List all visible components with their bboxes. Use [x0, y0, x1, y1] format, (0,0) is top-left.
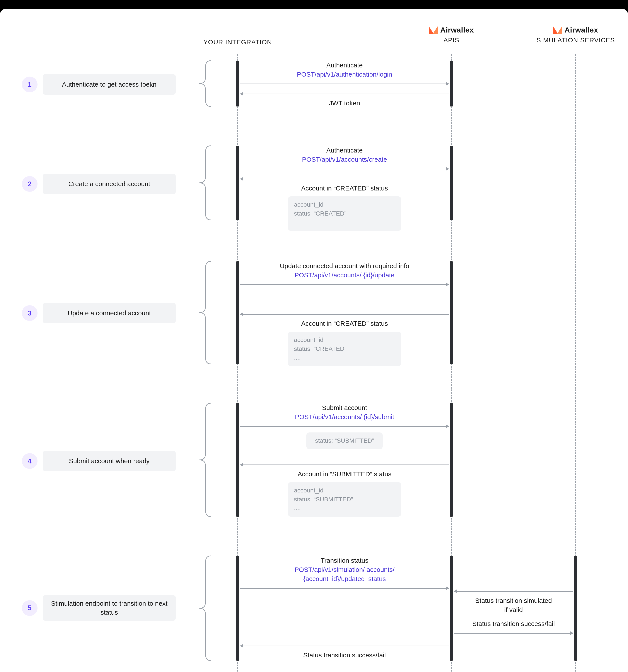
message: Status transition success/fail [454, 619, 573, 636]
page: YOUR INTEGRATION Airwallex APIS Airwalle… [0, 9, 628, 672]
message-label: Submit account [322, 403, 367, 412]
api-endpoint: POST/api/v1/accounts/ {id}/update [295, 270, 395, 280]
brace-icon [198, 145, 211, 221]
lane-header-apis: Airwallex APIS [412, 26, 491, 44]
message: Transition statusPOST/api/v1/simulation/… [240, 556, 449, 591]
activation-bar [450, 146, 453, 220]
message-label: if valid [504, 605, 523, 615]
lane-headers: YOUR INTEGRATION Airwallex APIS Airwalle… [22, 22, 606, 54]
lane-title: APIS [412, 37, 491, 44]
step-label: Create a connected account [43, 174, 176, 194]
lane-header-integration: YOUR INTEGRATION [196, 39, 279, 46]
sequence-diagram: 1Authenticate to get access toeknAuthent… [22, 54, 606, 672]
step-number: 2 [22, 176, 37, 192]
payload-box: account_idstatus: “CREATED”.... [288, 332, 401, 366]
api-endpoint: {account_id}/updated_status [303, 574, 386, 583]
step-label: Submit account when ready [43, 451, 176, 471]
activation-bar [450, 403, 453, 517]
message: Account in “CREATED” statusaccount_idsta… [240, 176, 449, 231]
step-row: 1Authenticate to get access toekn [22, 74, 176, 95]
message-label: Account in “CREATED” status [301, 184, 388, 193]
message: AuthenticatePOST/api/v1/accounts/create [240, 146, 449, 171]
brand-name: Airwallex [564, 26, 598, 34]
message: Submit accountPOST/api/v1/accounts/ {id}… [240, 403, 449, 449]
step-label: Authenticate to get access toekn [43, 74, 176, 95]
message-label: JWT token [329, 99, 360, 108]
api-endpoint: POST/api/v1/simulation/ accounts/ [295, 565, 395, 574]
message: Status transition simulatedif valid [454, 589, 573, 615]
activation-bar [574, 556, 577, 661]
message-label: Authenticate [326, 146, 363, 155]
message-label: Status transition success/fail [303, 651, 386, 660]
api-endpoint: POST/api/v1/accounts/ {id}/submit [295, 412, 394, 422]
airwallex-logo-icon [553, 26, 562, 34]
brace-icon [198, 555, 211, 662]
message: Update connected account with required i… [240, 261, 449, 287]
payload-box: account_idstatus: “SUBMITTED”.... [288, 482, 401, 517]
message: Status transition success/fail [240, 643, 449, 660]
step-number: 5 [22, 600, 37, 616]
message-label: Transition status [321, 556, 369, 565]
message: AuthenticatePOST/api/v1/authentication/l… [240, 61, 449, 87]
brace-icon [198, 60, 211, 107]
message: Account in “SUBMITTED” statusaccount_ids… [240, 462, 449, 517]
payload-box: status: “SUBMITTED” [306, 432, 383, 449]
api-endpoint: POST/api/v1/accounts/create [302, 155, 387, 164]
message-label: Status transition success/fail [472, 619, 555, 628]
lane-title: YOUR INTEGRATION [196, 39, 279, 46]
api-endpoint: POST/api/v1/authentication/login [297, 70, 392, 79]
activation-bar [236, 403, 239, 517]
step-row: 5Stimulation endpoint to transition to n… [22, 595, 176, 621]
payload-box: account_idstatus: “CREATED”.... [288, 196, 401, 231]
activation-bar [450, 261, 453, 364]
airwallex-logo-icon [429, 26, 437, 34]
activation-bar [236, 556, 239, 661]
message: Account in “CREATED” statusaccount_idsta… [240, 312, 449, 366]
activation-bar [236, 146, 239, 220]
step-number: 3 [22, 305, 37, 321]
activation-bar [236, 261, 239, 364]
activation-bar [450, 61, 453, 106]
message-label: Account in “CREATED” status [301, 319, 388, 328]
lane-title: SIMULATION SERVICES [523, 37, 628, 44]
step-row: 4Submit account when ready [22, 451, 176, 471]
step-label: Stimulation endpoint to transition to ne… [43, 595, 176, 621]
message-label: Status transition simulated [475, 596, 552, 605]
brace-icon [198, 402, 211, 518]
brace-icon [198, 261, 211, 365]
message-label: Update connected account with required i… [280, 261, 409, 270]
activation-bar [450, 556, 453, 661]
step-label: Update a connected account [43, 303, 176, 323]
step-number: 4 [22, 453, 37, 469]
step-number: 1 [22, 77, 37, 92]
step-row: 2Create a connected account [22, 174, 176, 194]
message-label: Account in “SUBMITTED” status [298, 470, 392, 479]
lane-header-sim: Airwallex SIMULATION SERVICES [523, 26, 628, 44]
step-row: 3Update a connected account [22, 303, 176, 323]
message-label: Authenticate [326, 61, 363, 70]
brand-name: Airwallex [440, 26, 474, 34]
activation-bar [236, 61, 239, 106]
message: JWT token [240, 91, 449, 108]
